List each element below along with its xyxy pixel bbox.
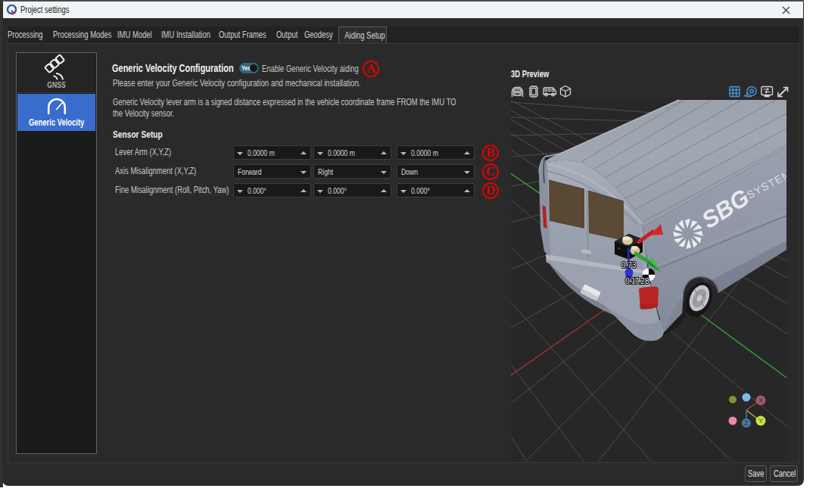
- svg-text:7.28: 7.28: [634, 277, 649, 285]
- svg-text:X: X: [758, 397, 763, 404]
- svg-text:0.73: 0.73: [621, 261, 637, 269]
- svg-text:Y: Y: [758, 417, 763, 425]
- svg-text:Z: Z: [744, 419, 749, 427]
